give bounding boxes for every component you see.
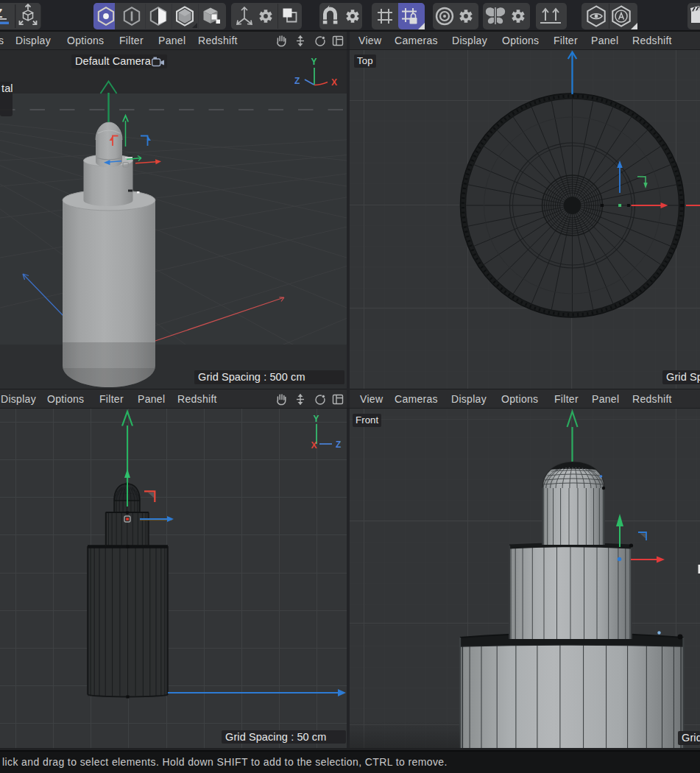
svg-text:Redshift: Redshift [198, 35, 238, 46]
svg-text:Options: Options [67, 35, 104, 46]
svg-text:Display: Display [15, 35, 51, 46]
svg-text:Cameras: Cameras [395, 35, 438, 46]
svg-text:Redshift: Redshift [177, 393, 217, 405]
svg-text:Filter: Filter [119, 35, 144, 46]
svg-text:Z: Z [336, 440, 341, 450]
svg-text:Filter: Filter [554, 393, 579, 405]
svg-text:Panel: Panel [591, 35, 618, 46]
svg-text:Filter: Filter [99, 393, 124, 405]
svg-text:X: X [331, 77, 337, 88]
svg-text:Display: Display [451, 393, 487, 405]
svg-text:Cameras: Cameras [395, 393, 438, 405]
svg-text:Z: Z [294, 76, 300, 86]
svg-text:Y: Y [314, 414, 319, 424]
svg-text:Options: Options [501, 393, 538, 405]
svg-text:Display: Display [452, 35, 487, 46]
svg-text:Display: Display [1, 393, 36, 405]
svg-text:Y: Y [311, 57, 317, 67]
svg-text:X: X [311, 440, 317, 451]
svg-text:Redshift: Redshift [632, 35, 672, 46]
svg-text:Options: Options [502, 35, 539, 46]
svg-text:s: s [0, 35, 4, 46]
svg-text:Panel: Panel [592, 393, 619, 405]
svg-text:View: View [358, 35, 382, 46]
svg-text:View: View [360, 393, 383, 405]
svg-text:Options: Options [47, 393, 84, 405]
svg-text:Panel: Panel [158, 35, 185, 46]
svg-text:Redshift: Redshift [632, 393, 672, 405]
svg-text:Filter: Filter [554, 35, 578, 46]
svg-text:Panel: Panel [138, 393, 165, 405]
